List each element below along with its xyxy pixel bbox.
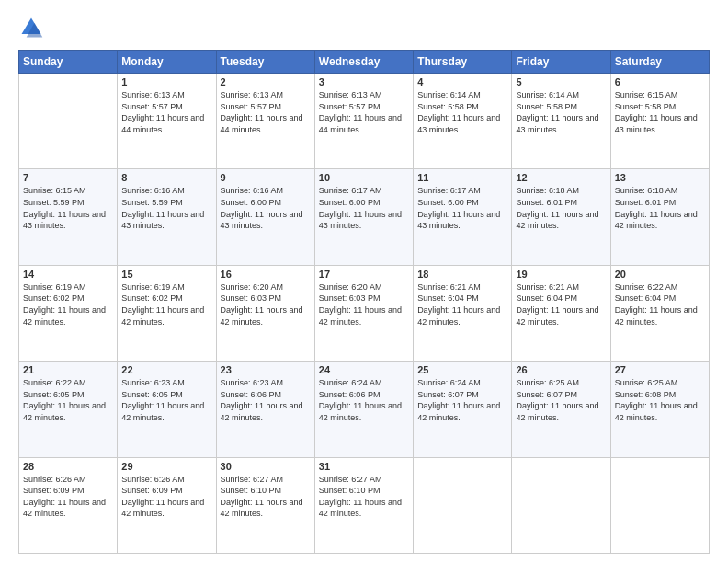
cell-info: Sunrise: 6:24 AMSunset: 6:07 PMDaylight:… [417, 377, 507, 423]
cell-date: 27 [615, 364, 705, 375]
cell-info: Sunrise: 6:13 AMSunset: 5:57 PMDaylight:… [121, 89, 211, 135]
calendar-cell: 12Sunrise: 6:18 AMSunset: 6:01 PMDayligh… [512, 169, 610, 265]
cell-date: 29 [121, 461, 211, 472]
calendar-cell: 15Sunrise: 6:19 AMSunset: 6:02 PMDayligh… [118, 265, 216, 361]
cell-info: Sunrise: 6:27 AMSunset: 6:10 PMDaylight:… [221, 474, 311, 520]
cell-info: Sunrise: 6:19 AMSunset: 6:02 PMDaylight:… [23, 282, 113, 327]
cell-info: Sunrise: 6:22 AMSunset: 6:05 PMDaylight:… [23, 377, 113, 423]
cell-info: Sunrise: 6:18 AMSunset: 6:01 PMDaylight:… [516, 185, 606, 231]
calendar-cell: 29Sunrise: 6:26 AMSunset: 6:09 PMDayligh… [118, 457, 216, 553]
page: SundayMondayTuesdayWednesdayThursdayFrid… [0, 0, 728, 563]
calendar-cell: 21Sunrise: 6:22 AMSunset: 6:05 PMDayligh… [19, 362, 118, 457]
calendar-cell: 17Sunrise: 6:20 AMSunset: 6:03 PMDayligh… [314, 265, 413, 361]
cell-date: 15 [121, 269, 211, 280]
cell-date: 20 [615, 269, 705, 280]
cell-info: Sunrise: 6:22 AMSunset: 6:04 PMDaylight:… [615, 282, 705, 327]
calendar-cell: 31Sunrise: 6:27 AMSunset: 6:10 PMDayligh… [314, 457, 413, 553]
cell-info: Sunrise: 6:23 AMSunset: 6:05 PMDaylight:… [121, 377, 211, 423]
cell-info: Sunrise: 6:13 AMSunset: 5:57 PMDaylight:… [221, 89, 311, 135]
calendar-cell [512, 457, 610, 553]
cell-info: Sunrise: 6:15 AMSunset: 5:58 PMDaylight:… [615, 89, 705, 135]
cell-date: 9 [221, 172, 311, 183]
cell-date: 23 [221, 364, 311, 375]
calendar-cell: 3Sunrise: 6:13 AMSunset: 5:57 PMDaylight… [314, 74, 413, 169]
calendar-cell [19, 74, 118, 169]
cell-info: Sunrise: 6:26 AMSunset: 6:09 PMDaylight:… [23, 474, 113, 520]
cell-info: Sunrise: 6:20 AMSunset: 6:03 PMDaylight:… [319, 282, 409, 327]
calendar-cell: 23Sunrise: 6:23 AMSunset: 6:06 PMDayligh… [216, 362, 314, 457]
day-header-friday: Friday [512, 51, 610, 74]
cell-info: Sunrise: 6:24 AMSunset: 6:06 PMDaylight:… [319, 377, 409, 423]
cell-info: Sunrise: 6:20 AMSunset: 6:03 PMDaylight:… [221, 282, 311, 327]
calendar-cell: 25Sunrise: 6:24 AMSunset: 6:07 PMDayligh… [414, 362, 512, 457]
cell-date: 5 [516, 76, 606, 87]
cell-info: Sunrise: 6:26 AMSunset: 6:09 PMDaylight:… [121, 474, 211, 520]
cell-date: 26 [516, 364, 606, 375]
cell-date: 11 [417, 172, 507, 183]
calendar-cell: 27Sunrise: 6:25 AMSunset: 6:08 PMDayligh… [610, 362, 709, 457]
calendar-cell: 22Sunrise: 6:23 AMSunset: 6:05 PMDayligh… [118, 362, 216, 457]
cell-date: 16 [221, 269, 311, 280]
cell-date: 30 [221, 461, 311, 472]
calendar-cell: 7Sunrise: 6:15 AMSunset: 5:59 PMDaylight… [19, 169, 118, 265]
calendar-cell: 2Sunrise: 6:13 AMSunset: 5:57 PMDaylight… [216, 74, 314, 169]
cell-date: 10 [319, 172, 409, 183]
cell-date: 14 [23, 269, 113, 280]
cell-date: 17 [319, 269, 409, 280]
calendar-cell: 14Sunrise: 6:19 AMSunset: 6:02 PMDayligh… [19, 265, 118, 361]
cell-date: 31 [319, 461, 409, 472]
calendar-week-4: 21Sunrise: 6:22 AMSunset: 6:05 PMDayligh… [19, 362, 710, 457]
calendar-cell: 28Sunrise: 6:26 AMSunset: 6:09 PMDayligh… [19, 457, 118, 553]
day-header-thursday: Thursday [414, 51, 512, 74]
calendar-cell: 19Sunrise: 6:21 AMSunset: 6:04 PMDayligh… [512, 265, 610, 361]
cell-info: Sunrise: 6:16 AMSunset: 6:00 PMDaylight:… [221, 185, 311, 231]
cell-info: Sunrise: 6:18 AMSunset: 6:01 PMDaylight:… [615, 185, 705, 231]
cell-info: Sunrise: 6:14 AMSunset: 5:58 PMDaylight:… [516, 89, 606, 135]
calendar-cell: 11Sunrise: 6:17 AMSunset: 6:00 PMDayligh… [414, 169, 512, 265]
cell-date: 19 [516, 269, 606, 280]
day-header-saturday: Saturday [610, 51, 709, 74]
cell-date: 2 [221, 76, 311, 87]
header [18, 15, 710, 40]
calendar-week-1: 1Sunrise: 6:13 AMSunset: 5:57 PMDaylight… [19, 74, 710, 169]
cell-date: 18 [417, 269, 507, 280]
cell-date: 25 [417, 364, 507, 375]
calendar-cell [414, 457, 512, 553]
cell-info: Sunrise: 6:21 AMSunset: 6:04 PMDaylight:… [417, 282, 507, 327]
calendar-cell: 4Sunrise: 6:14 AMSunset: 5:58 PMDaylight… [414, 74, 512, 169]
cell-info: Sunrise: 6:25 AMSunset: 6:07 PMDaylight:… [516, 377, 606, 423]
cell-date: 24 [319, 364, 409, 375]
cell-date: 8 [121, 172, 211, 183]
day-header-monday: Monday [118, 51, 216, 74]
cell-info: Sunrise: 6:17 AMSunset: 6:00 PMDaylight:… [417, 185, 507, 231]
calendar-week-3: 14Sunrise: 6:19 AMSunset: 6:02 PMDayligh… [19, 265, 710, 361]
calendar-cell: 13Sunrise: 6:18 AMSunset: 6:01 PMDayligh… [610, 169, 709, 265]
calendar-cell: 30Sunrise: 6:27 AMSunset: 6:10 PMDayligh… [216, 457, 314, 553]
calendar-week-5: 28Sunrise: 6:26 AMSunset: 6:09 PMDayligh… [19, 457, 710, 553]
cell-info: Sunrise: 6:13 AMSunset: 5:57 PMDaylight:… [319, 89, 409, 135]
calendar-cell: 26Sunrise: 6:25 AMSunset: 6:07 PMDayligh… [512, 362, 610, 457]
day-header-sunday: Sunday [19, 51, 118, 74]
calendar-cell: 6Sunrise: 6:15 AMSunset: 5:58 PMDaylight… [610, 74, 709, 169]
cell-info: Sunrise: 6:27 AMSunset: 6:10 PMDaylight:… [319, 474, 409, 520]
cell-info: Sunrise: 6:15 AMSunset: 5:59 PMDaylight:… [23, 185, 113, 231]
cell-info: Sunrise: 6:23 AMSunset: 6:06 PMDaylight:… [221, 377, 311, 423]
cell-info: Sunrise: 6:14 AMSunset: 5:58 PMDaylight:… [417, 89, 507, 135]
cell-info: Sunrise: 6:19 AMSunset: 6:02 PMDaylight:… [121, 282, 211, 327]
cell-date: 7 [23, 172, 113, 183]
calendar-cell: 10Sunrise: 6:17 AMSunset: 6:00 PMDayligh… [314, 169, 413, 265]
cell-date: 28 [23, 461, 113, 472]
calendar-cell: 5Sunrise: 6:14 AMSunset: 5:58 PMDaylight… [512, 74, 610, 169]
day-header-wednesday: Wednesday [314, 51, 413, 74]
logo [18, 15, 48, 40]
calendar-week-2: 7Sunrise: 6:15 AMSunset: 5:59 PMDaylight… [19, 169, 710, 265]
cell-date: 3 [319, 76, 409, 87]
cell-date: 13 [615, 172, 705, 183]
logo-icon [18, 15, 44, 40]
calendar-cell: 20Sunrise: 6:22 AMSunset: 6:04 PMDayligh… [610, 265, 709, 361]
calendar-cell: 9Sunrise: 6:16 AMSunset: 6:00 PMDaylight… [216, 169, 314, 265]
calendar-cell: 1Sunrise: 6:13 AMSunset: 5:57 PMDaylight… [118, 74, 216, 169]
cell-info: Sunrise: 6:16 AMSunset: 5:59 PMDaylight:… [121, 185, 211, 231]
calendar-cell [610, 457, 709, 553]
cell-date: 4 [417, 76, 507, 87]
